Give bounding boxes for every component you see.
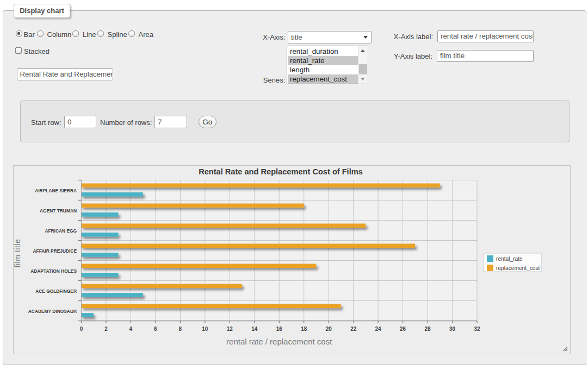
- svg-text:22: 22: [350, 326, 357, 332]
- svg-text:rental rate / replacement cost: rental rate / replacement cost: [226, 337, 332, 346]
- svg-text:16: 16: [276, 326, 283, 332]
- svg-text:8: 8: [179, 326, 182, 332]
- svg-text:ACE GOLDFINGER: ACE GOLDFINGER: [35, 289, 77, 294]
- svg-text:12: 12: [227, 326, 233, 332]
- svg-text:32: 32: [474, 326, 480, 332]
- svg-text:replacement_cost: replacement_cost: [496, 265, 540, 271]
- svg-text:ACADEMY DINOSAUR: ACADEMY DINOSAUR: [28, 309, 77, 314]
- svg-text:AFFAIR PREJUDICE: AFFAIR PREJUDICE: [33, 248, 77, 254]
- svg-text:6: 6: [154, 326, 157, 332]
- svg-text:24: 24: [375, 326, 382, 332]
- svg-text:20: 20: [326, 326, 332, 332]
- svg-text:2: 2: [104, 326, 108, 332]
- svg-text:14: 14: [251, 326, 258, 332]
- svg-text:10: 10: [202, 326, 208, 332]
- svg-text:26: 26: [400, 326, 406, 332]
- svg-text:28: 28: [425, 326, 431, 332]
- svg-text:rental_rate: rental_rate: [496, 256, 523, 262]
- svg-text:AIRPLANE SIERRA: AIRPLANE SIERRA: [35, 188, 77, 193]
- svg-text:film title: film title: [14, 239, 22, 268]
- svg-text:30: 30: [449, 326, 456, 332]
- svg-text:18: 18: [301, 326, 307, 332]
- svg-text:ADAPTATION HOLES: ADAPTATION HOLES: [30, 268, 77, 274]
- svg-text:4: 4: [129, 326, 133, 332]
- svg-text:AGENT TRUMAN: AGENT TRUMAN: [40, 208, 77, 214]
- svg-text:AFRICAN EGG: AFRICAN EGG: [45, 228, 77, 234]
- svg-text:0: 0: [80, 326, 83, 332]
- svg-text:Rental Rate and Replacement Co: Rental Rate and Replacement Cost of Film…: [199, 167, 363, 176]
